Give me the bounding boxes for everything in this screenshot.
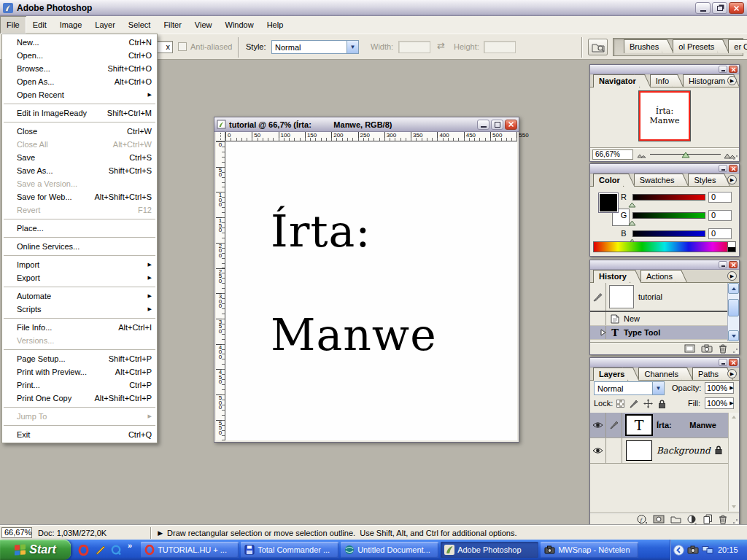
menu-item-open-as[interactable]: Open As...Alt+Ctrl+O xyxy=(2,75,157,88)
well-tab-ol-presets[interactable]: ol Presets xyxy=(673,39,717,53)
doc-close-button[interactable] xyxy=(505,120,517,130)
layer-link-cell[interactable] xyxy=(606,438,622,463)
app-titlebar[interactable]: Adobe Photoshop xyxy=(0,0,747,16)
restore-button[interactable] xyxy=(712,2,727,14)
color-tab-swatches[interactable]: Swatches xyxy=(634,174,678,186)
layer-visibility-toggle[interactable] xyxy=(590,413,606,438)
adjustment-layer-button[interactable] xyxy=(687,515,697,524)
document-titlebar[interactable]: tutorial @ 66,7% (Írta: Manwe, RGB/8) xyxy=(214,117,519,132)
delete-layer-button[interactable] xyxy=(719,515,727,524)
scrollbar-thumb[interactable] xyxy=(728,299,739,316)
task-button-untitled-document[interactable]: Untitled Document... xyxy=(341,542,438,558)
menubar-item-help[interactable]: Help xyxy=(260,16,290,34)
history-tab-actions[interactable]: Actions xyxy=(640,270,676,282)
opera-quicklaunch-icon[interactable] xyxy=(78,545,89,556)
history-brush-source-cell[interactable] xyxy=(590,283,606,311)
channel-slider-thumb[interactable] xyxy=(628,201,636,209)
palette-minimize-button[interactable] xyxy=(719,66,727,73)
menu-item-print-one-copy[interactable]: Print One CopyAlt+Shift+Ctrl+P xyxy=(2,392,157,405)
menu-item-close[interactable]: CloseCtrl+W xyxy=(2,125,157,138)
menu-item-browse[interactable]: Browse...Shift+Ctrl+O xyxy=(2,62,157,75)
task-button-mwsnap-n-vtelen[interactable]: MWSnap - Névtelen xyxy=(541,542,638,558)
tray-camera-icon[interactable] xyxy=(687,545,699,554)
channel-slider-thumb[interactable] xyxy=(628,219,636,228)
horizontal-ruler[interactable]: 050100150200250300350400450500550 xyxy=(225,132,517,141)
quicktime-quicklaunch-icon[interactable] xyxy=(111,545,122,556)
menu-item-open[interactable]: Open...Ctrl+O xyxy=(2,49,157,62)
menubar-item-window[interactable]: Window xyxy=(219,16,260,34)
palette-minimize-button[interactable] xyxy=(719,261,727,268)
anti-aliased-checkbox[interactable] xyxy=(178,42,187,51)
menu-item-save-as[interactable]: Save As...Shift+Ctrl+S xyxy=(2,164,157,177)
zoom-slider[interactable] xyxy=(650,149,721,160)
height-field[interactable] xyxy=(484,41,516,53)
color-tab-styles[interactable]: Styles xyxy=(688,174,719,186)
menu-item-file-info[interactable]: File Info...Alt+Ctrl+I xyxy=(2,321,157,334)
close-button[interactable] xyxy=(729,2,744,14)
channel-slider[interactable] xyxy=(632,194,705,201)
swap-dimensions-icon[interactable]: ⇄ xyxy=(437,40,445,51)
well-tab-brushes[interactable]: Brushes xyxy=(624,39,662,53)
resize-grip[interactable] xyxy=(730,516,738,524)
menubar-item-edit[interactable]: Edit xyxy=(26,16,53,34)
channel-value-field[interactable]: 0 xyxy=(708,228,732,239)
history-state-new[interactable]: New xyxy=(590,312,727,326)
palette-close-button[interactable] xyxy=(729,165,738,172)
menu-item-save[interactable]: SaveCtrl+S xyxy=(2,151,157,164)
menu-item-jump-to[interactable]: Jump To▶ xyxy=(2,410,157,423)
palette-titlebar[interactable] xyxy=(590,65,739,74)
white-black-swatches[interactable] xyxy=(727,242,735,252)
menubar-item-image[interactable]: Image xyxy=(53,16,89,34)
navigator-flyout-button[interactable]: ▶ xyxy=(727,76,737,85)
status-zoom-field[interactable]: 66,67% xyxy=(1,527,32,538)
new-layer-button[interactable] xyxy=(703,514,713,524)
layers-scrollbar[interactable] xyxy=(728,413,739,511)
palette-minimize-button[interactable] xyxy=(719,359,727,366)
blend-mode-dropdown[interactable]: Normal ▼ xyxy=(594,381,665,395)
add-layer-mask-button[interactable] xyxy=(653,515,665,524)
layer-row-0[interactable]: TÍrta: Manwe xyxy=(590,413,728,438)
delete-state-button[interactable] xyxy=(719,344,727,354)
palette-close-button[interactable] xyxy=(729,261,738,268)
minimize-button[interactable] xyxy=(695,2,711,14)
zoom-out-icon[interactable] xyxy=(637,152,647,158)
menu-item-place[interactable]: Place... xyxy=(2,222,157,235)
palette-close-button[interactable] xyxy=(729,359,738,366)
chevron-more-icon[interactable]: » xyxy=(128,541,132,550)
navigator-proxy-view[interactable]: Írta: Manwe xyxy=(639,91,690,141)
color-tab-color[interactable]: Color xyxy=(593,174,623,187)
history-state-cell[interactable] xyxy=(590,312,606,325)
channel-value-field[interactable]: 0 xyxy=(708,192,732,203)
vertical-ruler[interactable]: 05 01 0 01 5 02 0 02 5 03 0 03 5 04 0 04… xyxy=(216,141,225,440)
status-popup-arrow-icon[interactable]: ▶ xyxy=(158,529,163,537)
navigator-zoom-field[interactable]: 66,67% xyxy=(592,149,633,160)
menu-item-page-setup[interactable]: Page Setup...Shift+Ctrl+P xyxy=(2,352,157,365)
new-layer-set-button[interactable] xyxy=(670,516,681,524)
lock-transparency-icon[interactable] xyxy=(616,400,624,408)
tray-network-icon[interactable] xyxy=(702,545,713,554)
navigator-tab-histogram[interactable]: Histogram xyxy=(683,74,728,87)
new-document-from-state-button[interactable] xyxy=(684,344,695,353)
menu-item-versions[interactable]: Versions... xyxy=(2,334,157,347)
palette-titlebar[interactable] xyxy=(590,358,739,368)
layers-tab-channels[interactable]: Channels xyxy=(638,368,681,380)
ruler-corner[interactable] xyxy=(216,132,225,141)
menubar-item-select[interactable]: Select xyxy=(122,16,158,34)
layers-tab-paths[interactable]: Paths xyxy=(692,368,721,380)
channel-value-field[interactable]: 0 xyxy=(708,210,732,221)
menu-item-export[interactable]: Export▶ xyxy=(2,271,157,284)
fill-field[interactable]: 100% ▶ xyxy=(705,397,734,409)
fill-spinner-icon[interactable]: ▶ xyxy=(729,400,733,406)
menu-item-import[interactable]: Import▶ xyxy=(2,258,157,271)
menu-item-close-all[interactable]: Close AllAlt+Ctrl+W xyxy=(2,138,157,151)
doc-minimize-button[interactable] xyxy=(477,120,489,130)
doc-maximize-button[interactable] xyxy=(491,120,503,130)
menu-item-automate[interactable]: Automate▶ xyxy=(2,289,157,303)
navigator-tab-navigator[interactable]: Navigator xyxy=(593,74,639,88)
resize-grip[interactable] xyxy=(730,346,738,353)
menu-item-exit[interactable]: ExitCtrl+Q xyxy=(2,428,157,441)
layer-row-1[interactable]: Background xyxy=(590,438,728,464)
layer-thumbnail[interactable] xyxy=(626,440,652,461)
menu-item-print-with-preview[interactable]: Print with Preview...Alt+Ctrl+P xyxy=(2,365,157,378)
lock-paint-icon[interactable] xyxy=(630,400,638,408)
